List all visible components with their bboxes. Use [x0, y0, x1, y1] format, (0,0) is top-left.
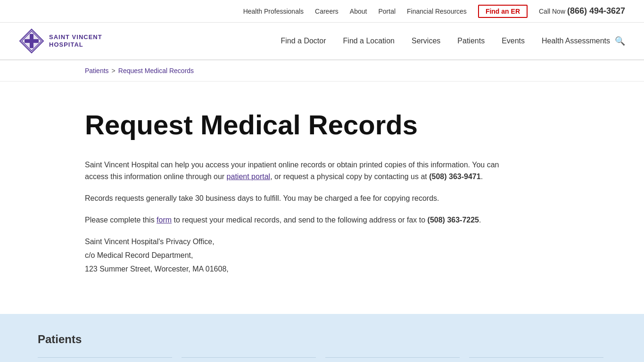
patients-link-interpretive[interactable]: Interpretive Language Service — [182, 357, 316, 362]
patients-col-4: What to Expect Medical Deductibles — [469, 357, 603, 362]
call-now-label: Call Now (866) 494-3627 — [539, 6, 625, 16]
nav-health-assessments[interactable]: Health Assessments — [542, 37, 610, 45]
breadcrumb-current: Request Medical Records — [118, 67, 194, 74]
logo-link[interactable]: SAINT VINCENT HOSPITAL — [19, 28, 102, 54]
paragraph-1: Saint Vincent Hospital can help you acce… — [85, 159, 509, 183]
paragraph-3: Please complete this form to request you… — [85, 214, 509, 226]
phone-number: (866) 494-3627 — [567, 6, 625, 16]
health-professionals-link[interactable]: Health Professionals — [243, 8, 304, 15]
contact-phone: (508) 363-9471 — [429, 173, 480, 181]
nav-find-location[interactable]: Find a Location — [343, 37, 395, 45]
main-navigation: SAINT VINCENT HOSPITAL Find a Doctor Fin… — [0, 23, 644, 60]
nav-patients[interactable]: Patients — [457, 37, 485, 45]
patients-col-2: Interpretive Language Service Insurance … — [182, 357, 316, 362]
patients-col-3: Your Patient Rights Payment Plan Agreeme… — [325, 357, 460, 362]
address-line-1: Saint Vincent Hospital's Privacy Office, — [85, 235, 559, 249]
logo-icon — [19, 28, 44, 54]
page-title: Request Medical Records — [85, 110, 559, 140]
patients-section-title: Patients — [38, 333, 606, 346]
patients-col-1: Request Medical Records What to Bring/Wh… — [38, 357, 172, 362]
top-utility-bar: Health Professionals Careers About Porta… — [0, 0, 644, 23]
nav-find-doctor[interactable]: Find a Doctor — [281, 37, 326, 45]
main-content: Request Medical Records Saint Vincent Ho… — [0, 82, 644, 314]
breadcrumb-parent[interactable]: Patients — [85, 67, 109, 74]
nav-links: Find a Doctor Find a Location Services P… — [281, 37, 611, 45]
address-line-3: 123 Summer Street, Worcester, MA 01608, — [85, 263, 559, 276]
patients-section: Patients Request Medical Records What to… — [0, 314, 644, 362]
address-block: Saint Vincent Hospital's Privacy Office,… — [85, 235, 559, 276]
patients-link-what-to-expect[interactable]: What to Expect — [469, 357, 603, 362]
fax-number: (508) 363-7225 — [428, 216, 479, 224]
form-link[interactable]: form — [157, 216, 172, 224]
careers-link[interactable]: Careers — [315, 8, 339, 15]
address-line-2: c/o Medical Record Department, — [85, 249, 559, 263]
portal-link[interactable]: Portal — [378, 8, 396, 15]
svg-rect-3 — [25, 39, 39, 43]
about-link[interactable]: About — [350, 8, 367, 15]
patients-link-patient-rights[interactable]: Your Patient Rights — [325, 357, 460, 362]
financial-resources-link[interactable]: Financial Resources — [407, 8, 467, 15]
search-icon[interactable]: 🔍 — [615, 36, 625, 46]
content-body: Saint Vincent Hospital can help you acce… — [85, 159, 559, 276]
nav-events[interactable]: Events — [502, 37, 525, 45]
paragraph-2: Records requests generally take 30 busin… — [85, 192, 509, 205]
find-er-button[interactable]: Find an ER — [478, 5, 528, 18]
patients-link-medical-records[interactable]: Request Medical Records — [38, 357, 172, 362]
nav-services[interactable]: Services — [412, 37, 440, 45]
breadcrumb-separator: > — [112, 67, 116, 74]
breadcrumb: Patients > Request Medical Records — [0, 60, 644, 82]
patient-portal-link[interactable]: patient portal — [227, 173, 271, 181]
patients-links-grid: Request Medical Records What to Bring/Wh… — [38, 357, 603, 362]
logo-text: SAINT VINCENT HOSPITAL — [49, 33, 102, 48]
